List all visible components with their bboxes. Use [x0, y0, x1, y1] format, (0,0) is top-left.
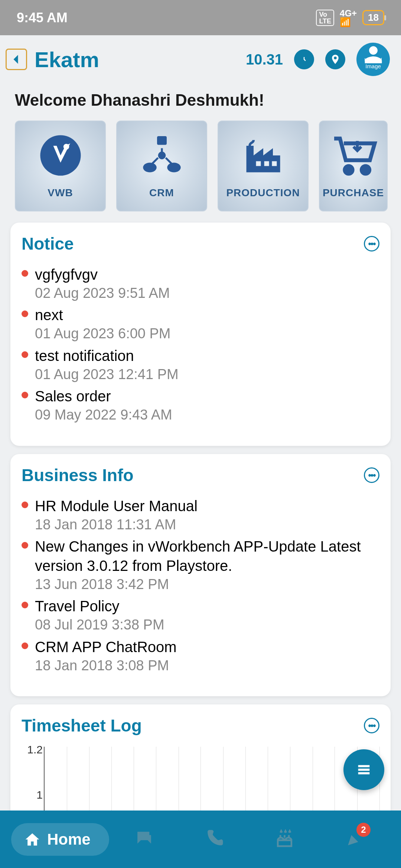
- factory-icon: [239, 133, 287, 178]
- item-date: 18 Jan 2018 11:31 AM: [35, 516, 379, 534]
- nav-phone[interactable]: [204, 828, 225, 850]
- welcome-text: Welcome Dhanashri Deshmukh!: [0, 85, 401, 121]
- chevron-left-icon: [10, 53, 23, 66]
- location-pin-icon: [330, 54, 341, 65]
- item-date: 08 Jul 2019 3:38 PM: [35, 616, 379, 634]
- tile-purchase[interactable]: PURCHASE: [319, 121, 388, 211]
- tile-production[interactable]: PRODUCTION: [218, 121, 309, 211]
- svg-rect-3: [157, 136, 167, 145]
- bullet-icon: [22, 351, 28, 358]
- bullet-icon: [22, 642, 28, 649]
- avatar-upload[interactable]: Upload Image: [356, 43, 390, 76]
- menu-fab[interactable]: [343, 749, 384, 790]
- nav-home[interactable]: Home: [11, 823, 109, 856]
- timesheet-more-button[interactable]: •••: [364, 718, 379, 733]
- header-time-value[interactable]: 10.31: [246, 51, 283, 68]
- item-title: Travel Policy: [35, 596, 379, 616]
- tile-label: VWB: [48, 187, 73, 199]
- volte-indicator: VoLTE: [316, 10, 334, 26]
- phone-icon: [204, 828, 225, 849]
- clock-icon: [299, 54, 310, 65]
- list-item[interactable]: HR Module User Manual 18 Jan 2018 11:31 …: [22, 496, 379, 536]
- tile-crm[interactable]: CRM: [116, 121, 207, 211]
- svg-rect-11: [272, 161, 277, 166]
- list-item[interactable]: Sales order 09 May 2022 9:43 AM: [22, 387, 379, 426]
- bullet-icon: [22, 270, 28, 277]
- nav-celebrate[interactable]: 2: [345, 828, 365, 850]
- item-date: 01 Aug 2023 6:00 PM: [35, 325, 379, 343]
- list-item[interactable]: vgfygfvgv 02 Aug 2023 9:51 AM: [22, 265, 379, 305]
- svg-point-5: [143, 163, 156, 172]
- back-button[interactable]: [6, 49, 27, 70]
- business-info-card: Business Info ••• HR Module User Manual …: [10, 454, 391, 697]
- item-date: 01 Aug 2023 12:41 PM: [35, 365, 379, 384]
- list-item[interactable]: Travel Policy 08 Jul 2019 3:38 PM: [22, 596, 379, 636]
- item-title: New Changes in vWorkbench APP-Update Lat…: [35, 537, 379, 575]
- tile-label: PRODUCTION: [226, 187, 300, 199]
- bullet-icon: [22, 542, 28, 549]
- bullet-icon: [22, 502, 28, 508]
- bullet-icon: [22, 602, 28, 608]
- bottom-nav: Home 2: [0, 811, 401, 868]
- chat-icon: [134, 828, 154, 849]
- list-item[interactable]: CRM APP ChatRoom 18 Jan 2018 3:08 PM: [22, 637, 379, 677]
- bullet-icon: [22, 392, 28, 398]
- tile-label: CRM: [149, 187, 174, 199]
- item-date: 09 May 2022 9:43 AM: [35, 406, 379, 424]
- svg-point-12: [345, 166, 352, 174]
- item-title: CRM APP ChatRoom: [35, 637, 379, 657]
- svg-rect-10: [264, 161, 269, 166]
- status-time: 9:45 AM: [17, 10, 68, 26]
- battery-indicator: 18: [362, 10, 384, 25]
- y-tick: 1.2: [22, 743, 43, 756]
- item-date: 13 Jun 2018 3:42 PM: [35, 575, 379, 594]
- hamburger-icon: [355, 761, 372, 778]
- tile-vwb[interactable]: VWB: [15, 121, 106, 211]
- item-title: Sales order: [35, 387, 379, 406]
- app-title: Ekatm: [35, 47, 246, 72]
- svg-point-2: [63, 144, 69, 150]
- status-right: VoLTE 4G+📶 18: [316, 9, 384, 27]
- nav-chat[interactable]: [134, 828, 154, 850]
- svg-rect-9: [256, 161, 261, 166]
- business-info-more-button[interactable]: •••: [364, 467, 379, 483]
- item-title: next: [35, 305, 379, 325]
- business-info-title: Business Info: [22, 465, 134, 485]
- item-date: 02 Aug 2023 9:51 AM: [35, 284, 379, 302]
- item-title: HR Module User Manual: [35, 496, 379, 516]
- status-bar: 9:45 AM VoLTE 4G+📶 18: [0, 0, 401, 35]
- notice-card: Notice ••• vgfygfvgv 02 Aug 2023 9:51 AM…: [10, 223, 391, 446]
- item-date: 18 Jan 2018 3:08 PM: [35, 657, 379, 675]
- svg-rect-8: [246, 146, 254, 155]
- bullet-icon: [22, 310, 28, 317]
- crm-icon: [138, 133, 186, 178]
- timesheet-title: Timesheet Log: [22, 716, 142, 736]
- network-indicator: 4G+📶: [340, 9, 357, 27]
- list-item[interactable]: next 01 Aug 2023 6:00 PM: [22, 305, 379, 345]
- home-icon: [24, 831, 40, 848]
- list-item[interactable]: test notification 01 Aug 2023 12:41 PM: [22, 346, 379, 386]
- list-item[interactable]: New Changes in vWorkbench APP-Update Lat…: [22, 537, 379, 596]
- item-title: test notification: [35, 346, 379, 365]
- cart-icon: [329, 133, 378, 178]
- clock-button[interactable]: [294, 49, 314, 69]
- module-tiles: VWB CRM PRODUCTION PURCHASE: [0, 121, 401, 223]
- cake-icon: [274, 828, 295, 849]
- avatar-label: Upload Image: [356, 57, 390, 69]
- app-header: Ekatm 10.31 Upload Image: [0, 35, 401, 85]
- nav-home-label: Home: [47, 831, 91, 848]
- nav-birthday[interactable]: [274, 828, 295, 850]
- notice-title: Notice: [22, 234, 74, 254]
- notification-badge: 2: [356, 823, 371, 837]
- y-tick: 1: [22, 789, 43, 801]
- svg-point-13: [362, 166, 369, 174]
- vwb-icon: [36, 133, 85, 178]
- location-button[interactable]: [325, 49, 345, 69]
- item-title: vgfygfvgv: [35, 265, 379, 284]
- notice-more-button[interactable]: •••: [364, 236, 379, 251]
- svg-point-6: [167, 163, 180, 172]
- tile-label: PURCHASE: [323, 187, 384, 199]
